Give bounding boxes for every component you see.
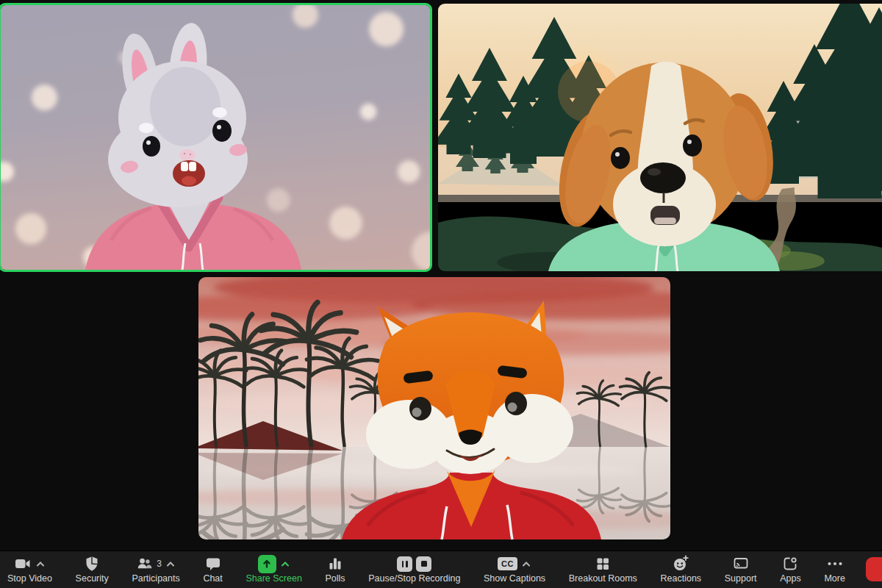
chat-bubble-icon: [204, 555, 222, 573]
forest-background: [438, 4, 882, 271]
video-camera-icon: [14, 555, 32, 573]
apps-icon: [781, 555, 799, 573]
security-button[interactable]: Security: [73, 551, 112, 588]
video-tile-fox[interactable]: [198, 277, 670, 539]
polls-button[interactable]: Polls: [323, 551, 348, 588]
participants-label: Participants: [132, 574, 179, 584]
more-button[interactable]: More: [821, 551, 847, 588]
share-up-arrow-icon: [258, 555, 276, 573]
share-screen-button[interactable]: Share Screen: [243, 551, 304, 588]
pause-icon: [397, 556, 412, 572]
support-label: Support: [725, 574, 757, 584]
chevron-up-icon[interactable]: [35, 559, 46, 568]
chevron-up-icon[interactable]: [165, 559, 176, 568]
bar-chart-icon: [326, 555, 344, 573]
share-screen-label: Share Screen: [245, 574, 301, 584]
show-captions-button[interactable]: CC Show Captions: [481, 551, 548, 588]
participants-count-badge: 3: [157, 559, 162, 569]
closed-captions-icon: CC: [498, 557, 517, 570]
people-icon: [136, 555, 154, 573]
end-meeting-button[interactable]: [866, 557, 882, 581]
stop-icon: [416, 556, 431, 572]
zoom-meeting-window: Stop Video Security 3: [0, 0, 882, 588]
video-tile-dog[interactable]: [438, 4, 882, 271]
reactions-button[interactable]: Reactions: [658, 551, 705, 588]
polls-label: Polls: [326, 574, 345, 584]
pause-stop-recording-label: Pause/Stop Recording: [368, 574, 460, 584]
apps-label: Apps: [780, 574, 801, 584]
reactions-label: Reactions: [661, 574, 702, 584]
pause-stop-recording-button[interactable]: Pause/Stop Recording: [365, 551, 463, 588]
chat-label: Chat: [203, 574, 222, 584]
chat-button[interactable]: Chat: [200, 551, 225, 588]
stop-video-label: Stop Video: [7, 574, 52, 584]
screen-cast-icon: [732, 555, 750, 573]
show-captions-label: Show Captions: [484, 574, 545, 584]
grid-icon: [594, 555, 612, 573]
smiley-plus-icon: [672, 555, 689, 573]
tropical-background: [198, 277, 670, 539]
chevron-up-icon[interactable]: [521, 559, 531, 568]
video-tile-bunny[interactable]: [0, 3, 432, 272]
bokeh-background: [0, 3, 432, 272]
ellipsis-icon: [826, 555, 844, 573]
stop-video-button[interactable]: Stop Video: [4, 551, 55, 588]
breakout-rooms-label: Breakout Rooms: [569, 574, 637, 584]
support-button[interactable]: Support: [722, 551, 760, 588]
shield-icon: [83, 555, 101, 573]
security-label: Security: [76, 574, 109, 584]
breakout-rooms-button[interactable]: Breakout Rooms: [566, 551, 640, 588]
meeting-toolbar: Stop Video Security 3: [0, 551, 882, 588]
more-label: More: [824, 574, 845, 584]
chevron-up-icon[interactable]: [280, 559, 290, 568]
participants-button[interactable]: 3 Participants: [129, 551, 182, 588]
apps-button[interactable]: Apps: [777, 551, 804, 588]
